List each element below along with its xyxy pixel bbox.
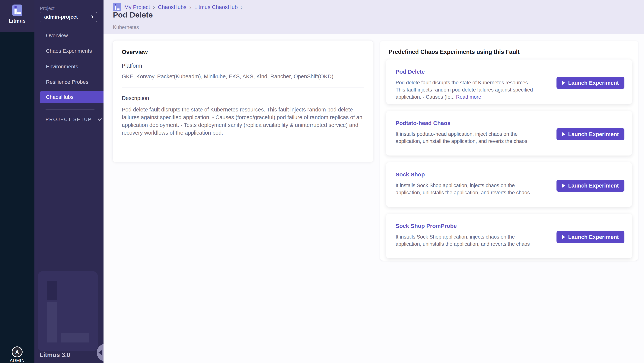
experiment-card-podtato-head: Podtato-head Chaos It installs podtato-h… xyxy=(386,111,632,156)
play-icon xyxy=(562,184,565,188)
experiment-card-pod-delete: Pod Delete Pod delete fault disrupts the… xyxy=(386,60,632,104)
launch-experiment-button[interactable]: Launch Experiment xyxy=(556,77,624,89)
experiment-title[interactable]: Sock Shop xyxy=(396,171,622,178)
rail-logo-block: Litmus xyxy=(0,0,34,32)
project-select[interactable]: admin-project › xyxy=(40,12,97,23)
platform-label: Platform xyxy=(122,63,364,69)
experiment-title[interactable]: Sock Shop PromProbe xyxy=(396,223,622,229)
experiment-description: It installs podtato-head application, in… xyxy=(396,131,533,145)
experiment-title[interactable]: Podtato-head Chaos xyxy=(396,120,622,126)
sidebar-item-overview[interactable]: Overview xyxy=(34,29,104,42)
breadcrumb-chaoshubs[interactable]: ChaosHubs xyxy=(158,4,186,10)
play-icon xyxy=(562,235,565,239)
breadcrumb-separator: › xyxy=(190,4,192,10)
breadcrumb-litmus-icon xyxy=(113,3,121,11)
litmus-logo-label: Litmus xyxy=(0,18,34,24)
sidebar-item-chaoshubs[interactable]: ChaosHubs xyxy=(40,91,104,103)
project-setup-label: PROJECT SETUP xyxy=(46,117,92,122)
breadcrumb-separator: › xyxy=(153,4,155,10)
launch-experiment-button[interactable]: Launch Experiment xyxy=(556,180,624,192)
launch-experiment-button[interactable]: Launch Experiment xyxy=(556,128,624,140)
predefined-experiments-panel: Predefined Chaos Experiments using this … xyxy=(380,41,638,261)
launch-experiment-button[interactable]: Launch Experiment xyxy=(556,231,624,243)
chevron-down-icon xyxy=(98,117,102,121)
project-label: Project xyxy=(40,6,54,11)
admin-avatar[interactable]: A xyxy=(12,346,22,357)
breadcrumb: My Project › ChaosHubs › Litmus ChaosHub… xyxy=(113,3,242,12)
chevron-right-icon: › xyxy=(91,13,93,21)
experiment-description: It installs Sock Shop application, injec… xyxy=(396,182,533,196)
version-label: Litmus 3.0 xyxy=(40,351,70,358)
experiment-title[interactable]: Pod Delete xyxy=(396,69,622,75)
breadcrumb-my-project[interactable]: My Project xyxy=(124,4,150,10)
read-more-link[interactable]: Read more xyxy=(456,94,481,100)
overview-card: Overview Platform GKE, Konvoy, Packet(Ku… xyxy=(112,40,374,162)
play-icon xyxy=(562,132,565,136)
project-select-value: admin-project xyxy=(44,14,78,20)
project-setup-toggle[interactable]: PROJECT SETUP xyxy=(46,117,101,122)
page-subtitle: Kubernetes xyxy=(113,25,139,30)
sidebar-item-environments[interactable]: Environments xyxy=(34,61,104,73)
experiment-card-sock-shop: Sock Shop It installs Sock Shop applicat… xyxy=(386,162,632,207)
overview-divider xyxy=(122,88,364,88)
experiment-description: Pod delete fault disrupts the state of K… xyxy=(396,79,533,101)
avatar-initial: A xyxy=(16,349,19,355)
sidebar-divider xyxy=(46,109,94,110)
avatar-label: ADMIN xyxy=(0,358,34,363)
overview-title: Overview xyxy=(122,49,364,56)
description-text: Pod delete fault disrupts the state of K… xyxy=(122,106,364,137)
play-icon xyxy=(562,81,565,85)
litmus-logo-icon[interactable] xyxy=(12,5,22,16)
page-header: My Project › ChaosHubs › Litmus ChaosHub… xyxy=(104,0,644,34)
breadcrumb-separator: › xyxy=(241,4,242,10)
litmus-watermark xyxy=(38,271,98,351)
experiment-card-sock-shop-promprobe: Sock Shop PromProbe It installs Sock Sho… xyxy=(386,214,632,258)
page-title: Pod Delete xyxy=(113,11,153,20)
experiments-panel-title: Predefined Chaos Experiments using this … xyxy=(388,49,638,55)
app-rail: Litmus A ADMIN xyxy=(0,0,34,363)
collapse-left-icon xyxy=(98,350,102,355)
experiment-description: It installs Sock Shop application, injec… xyxy=(396,233,533,248)
project-sidebar: Project admin-project › Overview Chaos E… xyxy=(34,0,104,363)
breadcrumb-litmus-chaoshub[interactable]: Litmus ChaosHub xyxy=(194,4,238,10)
sidebar-item-resilience-probes[interactable]: Resilience Probes xyxy=(34,76,104,88)
platform-value: GKE, Konvoy, Packet(Kubeadm), Minikube, … xyxy=(122,74,364,80)
description-label: Description xyxy=(122,95,364,101)
sidebar-item-chaos-experiments[interactable]: Chaos Experiments xyxy=(34,45,104,57)
litmus-app: Litmus A ADMIN Project admin-project › O… xyxy=(0,0,644,363)
